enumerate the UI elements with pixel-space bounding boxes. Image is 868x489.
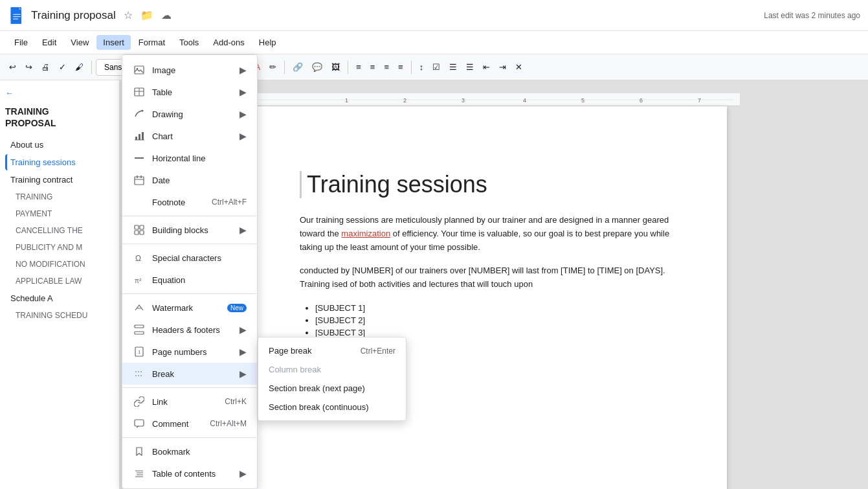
bullet-list[interactable]: ☰: [445, 60, 461, 74]
svg-rect-24: [135, 177, 144, 185]
ruler: 1 2 3 4 5 6 7: [248, 93, 740, 106]
toolbar-sep-4: [284, 61, 285, 74]
insert-watermark-option[interactable]: Watermark New: [122, 297, 257, 319]
redo-button[interactable]: ↪: [21, 60, 36, 74]
undo-button[interactable]: ↩: [5, 60, 20, 74]
insert-image-option[interactable]: Image ▶: [122, 59, 257, 81]
chart-label: Chart: [152, 131, 239, 141]
justify[interactable]: ≡: [394, 60, 407, 74]
menu-help[interactable]: Help: [252, 35, 283, 50]
pagenumbers-arrow: ▶: [239, 347, 247, 357]
table-label: Table: [152, 87, 239, 97]
menu-edit[interactable]: Edit: [36, 35, 63, 50]
sidebar-item-cancelling[interactable]: CANCELLING THE: [5, 223, 114, 238]
footnote-label: Footnote: [152, 198, 212, 207]
insert-link-option[interactable]: Link Ctrl+K: [122, 391, 257, 413]
sidebar-item-training-sessions[interactable]: Training sessions: [5, 154, 114, 170]
watermark-badge: New: [227, 304, 247, 312]
svg-text:1: 1: [138, 349, 141, 355]
headers-label: Headers & footers: [152, 325, 239, 335]
align-right[interactable]: ≡: [380, 60, 393, 74]
drawing-icon: [133, 108, 146, 120]
menu-divider-3: [122, 293, 257, 294]
svg-rect-3: [13, 16, 21, 17]
menu-divider-1: [122, 216, 257, 216]
sidebar-item-training[interactable]: TRAINING: [5, 189, 114, 205]
insert-drawing-option[interactable]: Drawing ▶: [122, 103, 257, 125]
menu-insert[interactable]: Insert: [96, 35, 131, 50]
svg-rect-21: [142, 132, 144, 140]
menu-addons[interactable]: Add-ons: [206, 35, 250, 50]
clear-formatting[interactable]: ✕: [511, 60, 526, 74]
align-center[interactable]: ≡: [366, 60, 379, 74]
svg-rect-4: [13, 18, 18, 19]
bookmark-menu-icon: [133, 445, 146, 458]
svg-rect-28: [135, 225, 139, 229]
comment-button[interactable]: 💬: [308, 60, 326, 74]
insert-toc-option[interactable]: Table of contents ▶: [122, 462, 257, 484]
insert-pagenumbers-option[interactable]: 1 Page numbers ▶: [122, 341, 257, 363]
numbered-list[interactable]: ☰: [462, 60, 478, 74]
svg-rect-13: [135, 66, 144, 74]
spellcheck-button[interactable]: ✓: [55, 60, 70, 74]
section-next-option[interactable]: Section break (next page): [258, 379, 406, 398]
building-icon: [133, 223, 146, 236]
print-button[interactable]: 🖨: [38, 60, 54, 74]
line-spacing[interactable]: ↕: [416, 60, 428, 74]
folder-icon[interactable]: 📁: [140, 9, 153, 21]
sidebar-back-button[interactable]: ←: [5, 88, 114, 98]
drawing-arrow: ▶: [239, 109, 247, 119]
align-left[interactable]: ≡: [352, 60, 365, 74]
comment-shortcut: Ctrl+Alt+M: [210, 419, 247, 428]
sidebar-item-training-contract[interactable]: Training contract: [5, 172, 114, 188]
insert-equation-option[interactable]: π² Equation: [122, 269, 257, 291]
sidebar-item-payment[interactable]: PAYMENT: [5, 206, 114, 222]
doc-title[interactable]: Training proposal: [31, 9, 116, 22]
svg-rect-2: [13, 14, 21, 14]
menu-file[interactable]: File: [8, 35, 34, 50]
checklist-button[interactable]: ☑: [428, 60, 444, 74]
section-continuous-option[interactable]: Section break (continuous): [258, 398, 406, 416]
sidebar-item-about-us[interactable]: About us: [5, 137, 114, 153]
insert-date-option[interactable]: Date: [122, 169, 257, 191]
insert-special-option[interactable]: Ω Special characters: [122, 247, 257, 269]
highlight-button[interactable]: ✏: [265, 60, 280, 74]
insert-hline-option[interactable]: Horizontal line: [122, 147, 257, 169]
headers-arrow: ▶: [239, 324, 247, 335]
menu-format[interactable]: Format: [132, 35, 172, 50]
menu-view[interactable]: View: [64, 35, 95, 50]
svg-text:1: 1: [345, 97, 348, 104]
increase-indent[interactable]: ⇥: [495, 60, 510, 74]
svg-rect-31: [140, 231, 144, 234]
insert-comment-option[interactable]: Comment Ctrl+Alt+M: [122, 413, 257, 435]
svg-rect-30: [135, 231, 139, 234]
insert-building-option[interactable]: Building blocks ▶: [122, 219, 257, 241]
sidebar-item-applicable-law[interactable]: APPLICABLE LAW: [5, 273, 114, 289]
link-menu-label: Link: [152, 397, 225, 407]
image-button[interactable]: 🖼: [328, 60, 344, 74]
paint-format-button[interactable]: 🖌: [71, 60, 87, 74]
insert-headers-option[interactable]: Headers & footers ▶: [122, 319, 257, 341]
insert-chart-option[interactable]: Chart ▶: [122, 125, 257, 147]
sidebar-item-publicity[interactable]: PUBLICITY AND M: [5, 240, 114, 255]
svg-text:6: 6: [640, 97, 643, 104]
sidebar-item-training-schedule[interactable]: TRAINING SCHEDU: [5, 308, 114, 323]
link-button[interactable]: 🔗: [289, 60, 307, 74]
sidebar-item-schedule-a[interactable]: Schedule A: [5, 290, 114, 306]
sidebar-item-no-modification[interactable]: NO MODIFICATION: [5, 256, 114, 272]
special-label: Special characters: [152, 253, 247, 263]
insert-footnote-option[interactable]: Footnote Ctrl+Alt+F: [122, 191, 257, 213]
insert-menu: Image ▶ Table ▶ Drawing ▶ Chart ▶ Horizo…: [122, 54, 258, 489]
insert-table-option[interactable]: Table ▶: [122, 81, 257, 103]
menu-tools[interactable]: Tools: [173, 35, 205, 50]
cloud-icon[interactable]: ☁: [161, 9, 172, 21]
page-break-option[interactable]: Page break Ctrl+Enter: [258, 341, 406, 360]
toc-arrow: ▶: [239, 468, 247, 479]
insert-bookmark-option[interactable]: Bookmark: [122, 440, 257, 462]
insert-break-option[interactable]: Break ▶: [122, 363, 257, 385]
image-label: Image: [152, 65, 239, 75]
star-icon[interactable]: ☆: [124, 9, 133, 21]
page-break-shortcut: Ctrl+Enter: [361, 347, 395, 356]
decrease-indent[interactable]: ⇤: [479, 60, 494, 74]
table-arrow: ▶: [239, 87, 247, 97]
